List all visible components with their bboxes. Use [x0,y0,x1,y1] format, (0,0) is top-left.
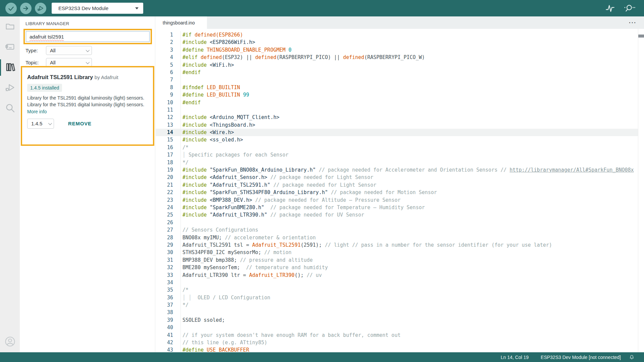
code-line-8[interactable]: 8#ifndef LED_BUILTIN [156,84,638,91]
line-number: 23 [156,196,173,204]
account-button[interactable] [0,336,20,349]
serial-plotter-icon[interactable] [605,4,615,13]
code-line-4[interactable]: 4#elif defined(ESP32) || defined(RASPBER… [156,54,638,61]
code-line-1[interactable]: 1#if defined(ESP8266) [156,31,638,39]
type-filter-select[interactable]: All [46,46,92,55]
line-number: 22 [156,189,173,196]
code-line-39[interactable]: 39SSOLED ssoled; [156,316,638,324]
code-line-11[interactable]: 11 [156,106,638,114]
code-line-27[interactable]: 27// Sensors Configurations [156,226,638,234]
topic-filter-value: All [50,60,56,65]
search-input[interactable]: adafruit tsl2591 [26,31,150,42]
library-title: Adafruit TSL2591 Library by Adafruit [27,74,148,80]
line-number: 17 [156,151,173,159]
code-line-17[interactable]: 17│ Specific packages for each Sensor [156,151,638,159]
more-actions-icon[interactable]: ··· [629,20,637,25]
code-line-38[interactable]: 38 [156,309,638,316]
board-chip-icon [5,41,15,53]
library-books-icon [5,62,15,74]
line-number: 38 [156,309,173,316]
code-line-29[interactable]: 29Adafruit_TSL2591 tsl = Adafruit_TSL259… [156,241,638,249]
code-line-23[interactable]: 23#include <BMP388_DEV.h> // package nee… [156,196,638,204]
library-description: Library for the TSL2591 digital luminosi… [27,95,151,108]
board-selector[interactable]: ESP32S3 Dev Module [52,3,143,14]
type-filter-value: All [50,48,56,53]
line-number: 32 [156,264,173,271]
activity-bar [0,16,20,352]
annotation-box-library-card: Adafruit TSL2591 Library by Adafruit 1.4… [21,66,154,146]
editor-scrollbar[interactable] [638,29,644,352]
code-line-28[interactable]: 28BNO08x myIMU; // accelerometer & orien… [156,234,638,241]
line-number: 12 [156,114,173,121]
code-line-42[interactable]: 42// this line (e.g. ATtiny85) [156,339,638,346]
code-line-33[interactable]: 33Adafruit_LTR390 ltr = Adafruit_LTR390(… [156,272,638,279]
line-number: 16 [156,144,173,151]
line-number: 41 [156,331,173,339]
library-card: Adafruit TSL2591 Library by Adafruit 1.4… [27,74,148,129]
topic-filter-select[interactable]: All [46,58,92,67]
upload-button[interactable] [20,3,32,14]
sidebar-item-sketchbook[interactable] [0,16,20,37]
code-line-40[interactable]: 40 [156,324,638,331]
code-line-32[interactable]: 32BME280 mySensorTem; // temperature and… [156,264,638,271]
code-line-19[interactable]: 19#include "SparkFun_BNO08x_Arduino_Libr… [156,166,638,174]
code-line-25[interactable]: 25#include "Adafruit_LTR390.h" // packag… [156,211,638,219]
code-line-16[interactable]: 16/* [156,144,638,151]
line-number: 33 [156,272,173,279]
verify-button[interactable] [5,3,17,14]
cursor-position[interactable]: Ln 14, Col 19 [501,355,529,360]
serial-monitor-icon[interactable] [624,4,635,13]
code-line-43[interactable]: 43#define USE_BACKBUFFER [156,346,638,352]
code-line-35[interactable]: 35/* [156,286,638,294]
code-line-7[interactable]: 7 [156,76,638,83]
library-manager-panel: LIBRARY MANAGER adafruit tsl2591 Type: A… [20,16,155,352]
debug-play-icon [37,5,44,12]
line-number: 3 [156,46,173,54]
code-line-21[interactable]: 21#include "Adafruit_TSL2591.h" // packa… [156,181,638,189]
more-info-link[interactable]: More info [27,109,148,114]
line-number: 31 [156,256,173,264]
line-number: 42 [156,339,173,346]
code-line-5[interactable]: 5#include <WiFi.h> [156,61,638,69]
code-line-14[interactable]: 14#include <Wire.h> [156,129,638,136]
code-line-26[interactable]: 26 [156,219,638,226]
code-line-31[interactable]: 31BMP388_DEV bmp388; // pressure and alt… [156,256,638,264]
line-number: 27 [156,226,173,234]
sidebar-item-debug[interactable] [0,78,20,98]
notifications-bell-icon[interactable] [629,354,635,360]
sidebar-item-search[interactable] [0,98,20,119]
sidebar-item-library-manager[interactable] [0,57,20,78]
code-line-9[interactable]: 9#define LED_BUILTIN 99 [156,91,638,99]
code-line-36[interactable]: 36│ │ OLED / LCD Configuration [156,294,638,301]
search-input-value: adafruit tsl2591 [30,34,64,40]
board-connection-status[interactable]: ESP32S3 Dev Module [not connected] [541,355,621,360]
topic-filter-row: Topic: All [25,58,155,67]
sidebar-item-boards-manager[interactable] [0,37,20,57]
code-line-10[interactable]: 10#endif [156,99,638,106]
search-icon [5,103,15,115]
code-line-41[interactable]: 41// if your system doesn't have enough … [156,331,638,339]
code-line-6[interactable]: 6#endif [156,69,638,76]
board-selector-value: ESP32S3 Dev Module [58,5,108,11]
debug-button[interactable] [35,3,46,14]
code-line-34[interactable]: 34 [156,279,638,286]
code-line-30[interactable]: 30STHS34PF80_I2C mySensorMo; // motion [156,249,638,256]
code-line-13[interactable]: 13#include <ThingsBoard.h> [156,121,638,129]
code-line-18[interactable]: 18*/ [156,159,638,166]
code-line-20[interactable]: 20#include <Adafruit_Sensor.h> // packag… [156,174,638,181]
scrollbar-thumb[interactable] [638,35,644,38]
tab-thingsboard-ino[interactable]: thingsboard.ino [156,16,207,29]
code-line-15[interactable]: 15#include <ss_oled.h> [156,136,638,143]
code-lines[interactable]: 1#if defined(ESP8266)2#include <ESP8266W… [156,29,638,352]
remove-button[interactable]: REMOVE [68,121,92,126]
code-line-24[interactable]: 24#include "SparkFunBME280.h" // package… [156,204,638,211]
code-line-2[interactable]: 2#include <ESP8266WiFi.h> [156,39,638,46]
code-line-37[interactable]: 37*/ [156,301,638,309]
line-number: 30 [156,249,173,256]
toolbar: ESP32S3 Dev Module [0,0,644,16]
version-select[interactable]: 1.4.5 [27,119,54,129]
code-line-3[interactable]: 3#define THINGSBOARD_ENABLE_PROGMEM 0 [156,46,638,54]
code-line-22[interactable]: 22#include "SparkFun_STHS34PF80_Arduino_… [156,189,638,196]
code-line-12[interactable]: 12#include <Arduino_MQTT_Client.h> [156,114,638,121]
library-author: by Adafruit [95,74,118,80]
